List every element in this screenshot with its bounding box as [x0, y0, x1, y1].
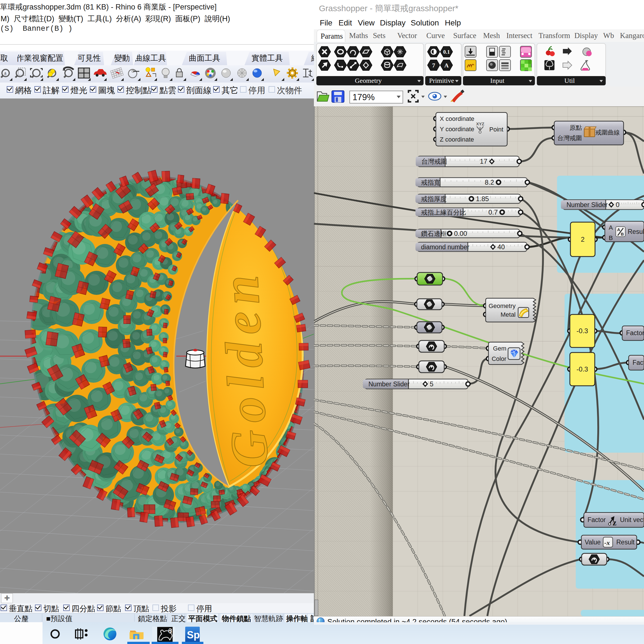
svg-text:Factor: Factor: [587, 516, 606, 523]
svg-text:5: 5: [430, 380, 433, 388]
svg-text:XYZ: XYZ: [476, 121, 484, 126]
svg-text:B: B: [609, 234, 613, 241]
svg-text:Result: Result: [616, 539, 635, 546]
svg-text:179%: 179%: [352, 92, 375, 102]
svg-text:Geometry: Geometry: [355, 77, 382, 84]
svg-text:2: 2: [581, 236, 584, 243]
svg-text:Facto: Facto: [633, 359, 644, 366]
svg-text:戒指寬: 戒指寬: [421, 179, 440, 186]
svg-text:Primitive: Primitive: [429, 77, 454, 84]
svg-text:Z coordinate: Z coordinate: [440, 136, 474, 143]
svg-text:17: 17: [480, 158, 487, 165]
svg-text:0.00: 0.00: [454, 230, 467, 237]
svg-text:Gem: Gem: [493, 345, 506, 352]
svg-text:鑽石邊框: 鑽石邊框: [421, 230, 447, 237]
svg-text:Color: Color: [492, 355, 506, 362]
svg-text:X coordinate: X coordinate: [440, 115, 474, 122]
svg-text:±: ±: [4, 70, 7, 76]
svg-text:7: 7: [432, 62, 435, 69]
svg-text:-0.3: -0.3: [577, 327, 588, 335]
svg-text:原點: 原點: [570, 124, 582, 131]
svg-text:台灣戒圍: 台灣戒圍: [421, 158, 447, 165]
svg-text:Sp: Sp: [187, 629, 200, 641]
svg-text:Factor: Factor: [626, 329, 644, 337]
svg-text:0: 0: [616, 201, 619, 208]
svg-text:戒指上緣百分比: 戒指上緣百分比: [421, 209, 466, 216]
svg-text:戒指厚度: 戒指厚度: [421, 195, 447, 203]
svg-text:diamond number: diamond number: [421, 243, 469, 251]
svg-text:Number Slider: Number Slider: [567, 201, 608, 208]
svg-text:-x: -x: [604, 539, 610, 546]
svg-text:A: A: [444, 62, 449, 69]
svg-text:8.2: 8.2: [485, 178, 494, 186]
svg-text:-0.3: -0.3: [577, 365, 588, 373]
svg-text:A: A: [609, 224, 613, 231]
svg-text:Golden: Golden: [211, 267, 279, 469]
svg-text:0.1: 0.1: [443, 49, 450, 55]
svg-text:6: 6: [168, 627, 172, 635]
svg-text:Number Slider: Number Slider: [368, 380, 410, 388]
svg-text:z: z: [613, 518, 616, 527]
svg-text:B: B: [621, 232, 624, 236]
svg-text:A: A: [617, 227, 620, 232]
svg-text:Unit vect: Unit vect: [620, 516, 644, 523]
svg-text:台灣戒圍: 台灣戒圍: [557, 135, 582, 142]
svg-text:1.85: 1.85: [476, 195, 489, 203]
svg-text:Point: Point: [489, 126, 503, 133]
svg-text:Result: Result: [628, 228, 644, 235]
svg-text:Y coordinate: Y coordinate: [440, 126, 474, 133]
svg-text:Geometry: Geometry: [488, 302, 516, 309]
svg-text:40: 40: [497, 243, 505, 251]
svg-text:Value: Value: [585, 539, 601, 546]
svg-text:Util: Util: [564, 77, 575, 84]
svg-text:戒圍曲線: 戒圍曲線: [595, 129, 620, 136]
svg-text:Input: Input: [490, 77, 504, 84]
svg-text:Metal: Metal: [500, 311, 516, 318]
svg-text:0.7: 0.7: [488, 208, 498, 216]
